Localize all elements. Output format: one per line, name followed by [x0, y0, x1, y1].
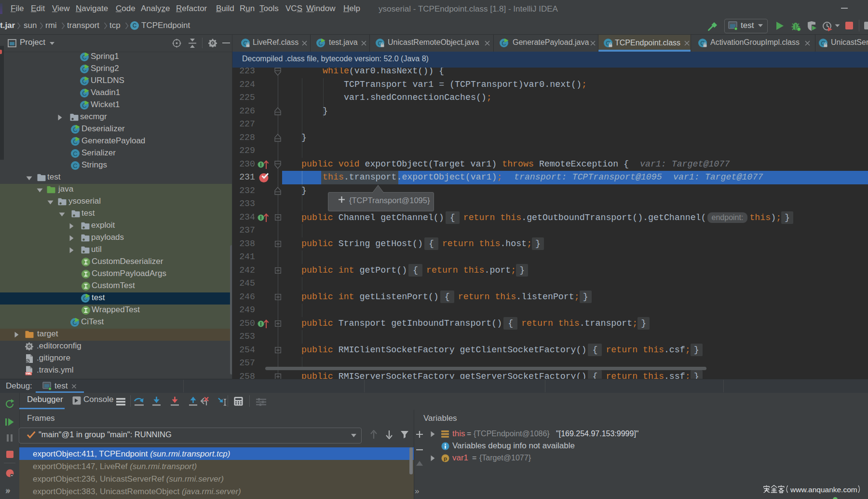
svg-text:YML: YML [26, 372, 32, 375]
svg-text:C: C [73, 150, 77, 157]
svg-text:www.anquanke.com: www.anquanke.com [790, 485, 857, 494]
svg-text:C: C [133, 22, 137, 29]
svg-text:p: p [444, 456, 447, 461]
svg-text:C: C [73, 162, 77, 169]
